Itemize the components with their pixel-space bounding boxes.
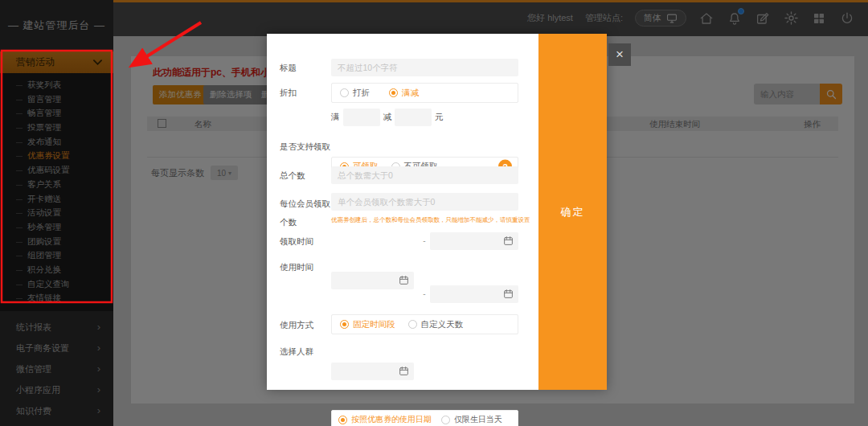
total-count-input[interactable]	[331, 166, 518, 184]
radio-birthday-only[interactable]: 仅限生日当天	[441, 414, 502, 425]
radio-by-coupon-date[interactable]: 按照优惠券的使用日期	[338, 414, 432, 425]
radio-discount-fullreduce[interactable]: 满减	[389, 88, 419, 99]
calendar-icon	[503, 289, 514, 299]
title-input[interactable]	[331, 59, 518, 76]
close-icon[interactable]: ×	[608, 43, 631, 66]
reduce-amount-input[interactable]	[395, 109, 432, 126]
per-member-label: 每位会员领取 个数	[280, 195, 331, 231]
total-count-label: 总个数	[280, 166, 331, 184]
use-start-date-input[interactable]	[331, 363, 414, 380]
radio-discount-percent[interactable]: 打折	[340, 88, 370, 99]
radio-icon	[441, 416, 450, 424]
calendar-icon	[503, 236, 514, 246]
yuan-label: 元	[435, 112, 444, 123]
full-amount-input[interactable]	[343, 109, 380, 126]
coupon-warning-text: 优惠券创建后，总个数和每位会员领取数，只能增加不能减少，请慎重设置	[331, 216, 528, 224]
audience-label: 选择人群	[280, 342, 331, 361]
use-time-label: 使用时间	[280, 257, 331, 277]
radio-icon	[340, 320, 349, 329]
confirm-button[interactable]: 确定	[538, 34, 607, 390]
reduce-label: 减	[383, 112, 392, 123]
radio-icon	[338, 416, 347, 424]
radio-icon	[340, 88, 349, 97]
calendar-icon	[399, 366, 409, 376]
claim-start-date-input[interactable]	[331, 272, 414, 289]
radio-icon	[389, 88, 398, 97]
per-member-input[interactable]	[331, 193, 518, 211]
radio-fixed-period[interactable]: 固定时间段	[340, 319, 395, 330]
use-method-label: 使用方式	[280, 315, 331, 334]
date-range-separator: -	[420, 236, 428, 245]
claim-end-date-input[interactable]	[430, 232, 518, 250]
claim-time-label: 领取时间	[280, 232, 331, 250]
radio-icon	[408, 320, 417, 329]
radio-custom-days[interactable]: 自定义天数	[408, 319, 464, 330]
date-range-separator: -	[420, 289, 428, 298]
title-label: 标题	[280, 59, 331, 76]
calendar-icon	[399, 275, 409, 285]
app-window: 您好 hlytest 管理站点: 简体	[0, 0, 868, 426]
claim-support-label: 是否支持领取	[280, 137, 331, 156]
discount-label: 折扣	[280, 83, 331, 103]
full-label: 满	[331, 112, 340, 123]
use-end-date-input[interactable]	[430, 285, 518, 303]
coupon-form: 标题 折扣 打折 满减 满 减 元 是否支持领取 可领取 不可领取 ? 总个数	[267, 34, 538, 390]
coupon-edit-modal: 标题 折扣 打折 满减 满 减 元 是否支持领取 可领取 不可领取 ? 总个数	[267, 34, 607, 390]
